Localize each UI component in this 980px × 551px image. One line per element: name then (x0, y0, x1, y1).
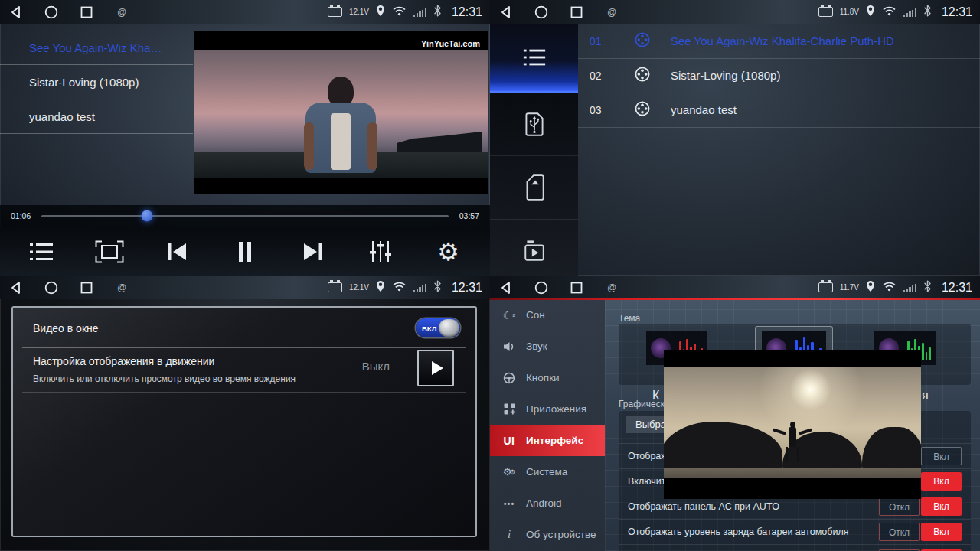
settings-sidebar: ☾zСон Звук Кнопки Приложения UIИнтерфейс… (490, 299, 605, 551)
home-icon[interactable] (533, 279, 550, 296)
divider (22, 347, 466, 348)
clock: 12:31 (452, 281, 482, 295)
wifi-icon (882, 281, 897, 295)
singer-figure (305, 77, 376, 174)
preview-play-button[interactable] (417, 350, 454, 386)
recents-icon[interactable] (568, 279, 585, 296)
sidebar-item-apps[interactable]: Приложения (490, 393, 605, 425)
sidebar-item-sound[interactable]: Звук (490, 331, 605, 362)
gps-icon (376, 280, 385, 295)
sidebar-item-playlist[interactable] (490, 24, 578, 93)
on-button[interactable]: Вкл (921, 447, 962, 465)
gps-icon (376, 5, 385, 20)
on-button[interactable]: Вкл (921, 523, 962, 541)
film-reel-icon (634, 31, 651, 51)
previous-button[interactable] (154, 235, 200, 269)
battery-voltage: 11.7V (840, 283, 859, 292)
quadrant-video-settings: @ 12.1V 12:31 Видео в окне ВКЛ Настройка… (0, 276, 490, 551)
video-scene (194, 50, 488, 178)
track-title: Sistar-Loving (1080p) (671, 69, 780, 82)
bluetooth-icon (923, 280, 932, 295)
sidebar-item-sleep[interactable]: ☾zСон (490, 299, 605, 331)
ui-badge-icon: UI (501, 435, 518, 447)
playlist-item[interactable]: See You Again-Wiz Kha… (0, 31, 193, 65)
sidebar-item-android[interactable]: •••Android (490, 487, 605, 519)
setting-subtitle: Включить или отключить просмотр видео во… (33, 373, 296, 384)
back-icon[interactable] (8, 279, 24, 296)
toggle-knob[interactable] (439, 319, 459, 337)
setting-title: Настройка отображения в движении (33, 355, 214, 367)
back-icon[interactable] (8, 4, 24, 21)
recents-icon[interactable] (568, 4, 585, 21)
pause-button[interactable] (222, 235, 268, 269)
progress-bar-row: 01:06 03:57 (0, 205, 490, 227)
sidebar-item-about[interactable]: iОб устройстве (490, 519, 605, 550)
setting-value: Выкл (362, 360, 390, 373)
recents-icon[interactable] (78, 4, 95, 21)
track-row[interactable]: 01 See You Again-Wiz Khalifa-Charlie Put… (578, 24, 980, 59)
bluetooth-icon (923, 5, 932, 20)
home-icon[interactable] (43, 4, 60, 21)
off-button[interactable]: Откл (879, 497, 920, 516)
car-battery-icon (328, 7, 342, 17)
sidebar-item-interface[interactable]: UIИнтерфейс (490, 425, 605, 456)
off-button[interactable]: Откл (879, 523, 920, 541)
bluetooth-icon (433, 280, 442, 295)
clock: 12:31 (452, 5, 482, 19)
home-icon[interactable] (43, 279, 60, 296)
track-row[interactable]: 02 Sistar-Loving (1080p) (578, 58, 980, 93)
playlist-item[interactable]: yuandao test (0, 99, 193, 134)
setting-title: Видео в окне (33, 322, 99, 334)
dots-icon: ••• (501, 499, 518, 508)
equalizer-button[interactable] (358, 235, 403, 269)
quadrant-player: @ 12.1V 12:31 See You Again-Wiz Kha… Sis… (0, 0, 490, 276)
sidebar-item-buttons[interactable]: Кнопки (490, 362, 605, 393)
quadrant-browser: @ 11.8V 12:31 01 See You Again-Wiz Khali… (490, 0, 980, 276)
screenshot-icon[interactable]: @ (113, 279, 130, 296)
screenshot-icon[interactable]: @ (603, 4, 620, 21)
track-row[interactable]: 03 yuandao test (578, 93, 980, 128)
house-silhouette (397, 129, 482, 155)
source-sidebar (490, 24, 578, 276)
aspect-ratio-button[interactable] (87, 235, 132, 269)
back-icon[interactable] (498, 279, 514, 296)
screenshot-icon[interactable]: @ (113, 4, 130, 21)
next-button[interactable] (290, 235, 336, 269)
video-scene (664, 367, 921, 478)
seek-bar[interactable] (41, 215, 449, 217)
on-button[interactable]: Вкл (921, 497, 962, 516)
settings-gear-icon[interactable]: ⚙ (426, 235, 472, 269)
sidebar-item-usb[interactable] (490, 93, 578, 156)
setting-row: Отображать уровень заряда батареи автомо… (619, 519, 971, 544)
elapsed-time: 01:06 (11, 211, 34, 220)
recents-icon[interactable] (78, 279, 95, 296)
playlist-item[interactable]: Sistar-Loving (1080p) (0, 65, 193, 99)
signal-icon (413, 283, 426, 292)
watermark: YinYueTai.com (421, 39, 480, 48)
apps-grid-icon (501, 403, 518, 415)
track-number: 02 (590, 70, 634, 82)
floating-video-window[interactable] (664, 350, 921, 499)
info-icon: i (501, 528, 518, 541)
track-number: 01 (590, 35, 634, 47)
gears-icon: ⚙⚙ (501, 466, 518, 478)
moon-icon: ☾z (501, 309, 518, 321)
screenshot-collage: @ 12.1V 12:31 See You Again-Wiz Kha… Sis… (0, 0, 980, 551)
car-battery-icon (818, 282, 833, 292)
toggle-label: ВКЛ (422, 324, 436, 332)
sidebar-item-sdcard[interactable] (490, 156, 578, 220)
video-frame[interactable]: YinYueTai.com (194, 31, 488, 194)
sidebar-item-video-app[interactable] (490, 220, 578, 276)
video-in-window-toggle[interactable]: ВКЛ (416, 318, 460, 337)
screenshot-icon[interactable]: @ (603, 279, 620, 296)
gps-icon (866, 5, 875, 20)
back-icon[interactable] (498, 4, 514, 21)
playlist-button[interactable] (18, 235, 64, 269)
on-button[interactable]: Вкл (921, 472, 962, 491)
wifi-icon (392, 5, 407, 19)
seek-thumb[interactable] (142, 210, 153, 222)
home-icon[interactable] (533, 4, 550, 21)
sidebar-item-system[interactable]: ⚙⚙Система (490, 456, 605, 487)
signal-icon (413, 8, 426, 17)
car-battery-icon (328, 282, 342, 292)
